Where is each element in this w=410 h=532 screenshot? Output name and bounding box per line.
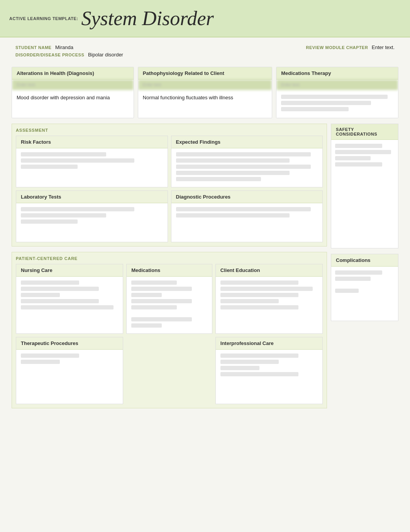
student-name-row: STUDENT NAME Miranda: [15, 44, 123, 50]
interprofessional-care-card: Interprofessional Care: [215, 337, 323, 404]
risk-factors-card: Risk Factors: [16, 136, 168, 187]
alterations-body: Mood disorder with depression and mania: [12, 90, 134, 113]
meds-therapy-body: [276, 90, 398, 118]
patho-header: Pathophysiology Related to Client: [138, 67, 272, 80]
lab-tests-header: Laboratory Tests: [16, 191, 168, 203]
safety-header: SAFETY CONSIDERATIONS: [331, 124, 398, 140]
client-education-card: Client Education: [215, 264, 323, 334]
client-education-header: Client Education: [216, 264, 322, 277]
pcc-empty-center: [126, 337, 212, 404]
diagnostic-procedures-body: [171, 203, 323, 242]
alterations-header: Alterations in Health (Diagnosis): [12, 67, 134, 80]
lab-tests-body: [16, 203, 168, 242]
nursing-care-body: [16, 277, 123, 331]
assessment-layout: ASSESSMENT Risk Factors Expected Finding…: [12, 124, 398, 414]
safety-card: SAFETY CONSIDERATIONS: [331, 124, 398, 248]
safety-body: [331, 140, 398, 248]
expected-findings-header: Expected Findings: [171, 136, 323, 148]
pcc-top-grid: Nursing Care Medications: [16, 264, 323, 334]
complications-body: [331, 267, 398, 321]
main-content: Alterations in Health (Diagnosis) Enter …: [0, 63, 410, 425]
patho-subheader: Enter text.: [138, 80, 272, 90]
assessment-section: ASSESSMENT Risk Factors Expected Finding…: [12, 124, 327, 246]
medications-card: Medications: [126, 264, 212, 334]
meds-therapy-header: Medications Therapy: [276, 67, 398, 80]
disorder-row: DISORDER/DISEASE PROCESS Bipolar disorde…: [15, 52, 123, 58]
review-module: REVIEW MODULE CHAPTER Enter text.: [306, 44, 395, 50]
client-education-body: [216, 277, 322, 331]
expected-findings-card: Expected Findings: [171, 136, 323, 187]
medications-body: [127, 277, 212, 333]
interprofessional-care-header: Interprofessional Care: [216, 337, 322, 350]
header: ACTIVE LEARNING TEMPLATE: System Disorde…: [0, 0, 410, 37]
lab-tests-card: Laboratory Tests: [16, 190, 168, 242]
disorder-label: DISORDER/DISEASE PROCESS: [15, 53, 84, 57]
pcc-label: PATIENT-CENTERED CARE: [16, 256, 323, 261]
student-name-label: STUDENT NAME: [15, 45, 51, 50]
therapeutic-procedures-header: Therapeutic Procedures: [16, 337, 123, 350]
pcc-bottom-grid: Therapeutic Procedures Interprofessional…: [16, 337, 323, 404]
disorder-value: Bipolar disorder: [88, 52, 123, 58]
assessment-main: ASSESSMENT Risk Factors Expected Finding…: [12, 124, 327, 414]
student-name-value: Miranda: [55, 44, 73, 50]
info-bar: STUDENT NAME Miranda DISORDER/DISEASE PR…: [0, 37, 410, 63]
review-value: Enter text.: [372, 44, 395, 50]
nursing-care-card: Nursing Care: [16, 264, 123, 334]
side-column: SAFETY CONSIDERATIONS Complications: [331, 124, 398, 414]
complications-card: Complications: [331, 254, 398, 321]
student-info: STUDENT NAME Miranda DISORDER/DISEASE PR…: [15, 44, 123, 59]
nursing-care-header: Nursing Care: [16, 264, 123, 277]
assessment-grid: Risk Factors Expected Findings: [16, 136, 323, 242]
meds-therapy-subheader: Enter text.: [276, 80, 398, 90]
complications-header: Complications: [331, 254, 398, 267]
expected-findings-body: [171, 148, 323, 187]
risk-factors-header: Risk Factors: [16, 136, 168, 148]
interprofessional-care-body: [216, 350, 322, 404]
top-section: Alterations in Health (Diagnosis) Enter …: [12, 67, 398, 118]
review-label: REVIEW MODULE CHAPTER: [306, 45, 368, 50]
risk-factors-body: [16, 148, 168, 187]
pathophysiology-card: Pathophysiology Related to Client Enter …: [138, 67, 272, 118]
pcc-section: PATIENT-CENTERED CARE Nursing Care: [12, 252, 327, 408]
medications-header: Medications: [127, 264, 212, 277]
alterations-card: Alterations in Health (Diagnosis) Enter …: [12, 67, 134, 118]
template-title: System Disorder: [81, 7, 214, 30]
therapeutic-procedures-card: Therapeutic Procedures: [16, 337, 123, 404]
meds-therapy-card: Medications Therapy Enter text.: [276, 67, 398, 118]
active-learning-label: ACTIVE LEARNING TEMPLATE:: [9, 16, 78, 21]
diagnostic-procedures-header: Diagnostic Procedures: [171, 191, 323, 203]
assessment-label: ASSESSMENT: [16, 128, 323, 133]
alterations-subheader: Enter text.: [12, 80, 134, 90]
diagnostic-procedures-card: Diagnostic Procedures: [171, 190, 323, 242]
therapeutic-procedures-body: [16, 350, 123, 404]
patho-body: Normal functioning fluctuates with illne…: [138, 90, 272, 113]
